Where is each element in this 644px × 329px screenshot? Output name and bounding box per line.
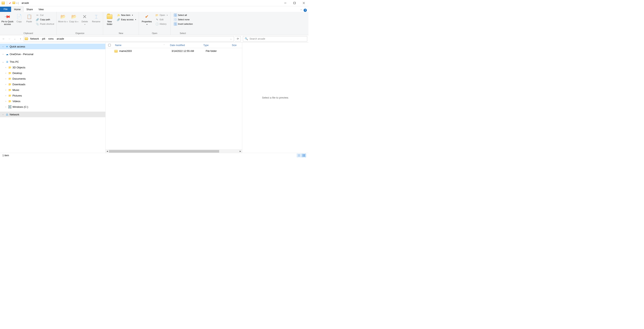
nav-item-label: Desktop — [12, 72, 22, 74]
expand-icon[interactable]: › — [4, 78, 7, 80]
refresh-button[interactable]: ⟳ — [235, 36, 241, 42]
main-area: › ★ Quick access › ☁ OneDrive - Personal… — [0, 42, 308, 153]
address-bar-row: ← → ⌄ ↑ › Network › pi4 › roms › arcade … — [0, 35, 308, 42]
cut-button[interactable]: ✂Cut — [34, 13, 55, 17]
paste-button[interactable]: 📋 Paste — [24, 13, 34, 23]
select-all-checkbox[interactable] — [106, 44, 114, 46]
expand-icon[interactable]: › — [4, 83, 7, 86]
tab-view[interactable]: View — [36, 7, 46, 12]
scroll-track[interactable] — [109, 150, 239, 153]
maximize-button[interactable] — [290, 0, 299, 6]
select-none-button[interactable]: Select none — [172, 18, 194, 22]
chevron-right-icon[interactable]: › — [55, 38, 56, 40]
nav-network[interactable]: › 🖧 Network — [0, 112, 105, 117]
large-icons-view-button[interactable] — [302, 154, 306, 157]
file-type: File folder — [204, 50, 233, 52]
invert-selection-button[interactable]: Invert selection — [172, 22, 194, 26]
chevron-right-icon[interactable]: › — [46, 38, 47, 40]
selectnone-label: Select none — [178, 18, 190, 21]
svg-rect-8 — [304, 154, 305, 155]
file-date: 3/14/2022 12:55 AM — [170, 50, 204, 52]
nav-item-label: Music — [12, 88, 19, 92]
recent-dropdown[interactable]: ⌄ — [12, 36, 17, 41]
address-dropdown[interactable]: ⌄ — [229, 38, 233, 40]
expand-icon[interactable]: › — [4, 72, 7, 74]
chevron-right-icon[interactable]: › — [40, 38, 41, 40]
expand-icon[interactable]: › — [4, 66, 7, 68]
close-button[interactable] — [299, 0, 308, 6]
search-input[interactable]: 🔍 Search arcade — [243, 36, 307, 42]
column-date[interactable]: Date modified — [168, 44, 202, 47]
forward-button[interactable]: → — [7, 36, 12, 41]
nav-videos[interactable]: ›📁Videos — [0, 98, 105, 104]
expand-icon[interactable]: › — [4, 106, 7, 108]
scroll-right-icon[interactable]: ▶ — [239, 150, 242, 153]
delete-button[interactable]: ✕ Delete▼ — [80, 13, 90, 26]
column-name[interactable]: Name⌃ — [114, 44, 168, 47]
scroll-left-icon[interactable]: ◀ — [106, 150, 109, 153]
expand-icon[interactable]: › — [4, 89, 7, 91]
copy-button[interactable]: 📄 Copy — [14, 13, 24, 23]
crumb-arcade[interactable]: arcade — [56, 38, 65, 40]
history-button[interactable]: 🕓History — [154, 22, 169, 26]
nav-windows-c[interactable]: ›💽Windows (C:) — [0, 104, 105, 110]
nav-desktop[interactable]: ›📁Desktop — [0, 70, 105, 76]
nav-music[interactable]: ›📁Music — [0, 87, 105, 93]
easy-access-button[interactable]: 🔗Easy access▼ — [116, 18, 138, 22]
qat-folder-icon[interactable] — [12, 2, 15, 5]
details-view-button[interactable] — [297, 154, 301, 157]
newfolder-label: New folder — [104, 20, 115, 26]
nav-quick-access[interactable]: › ★ Quick access — [0, 44, 105, 49]
ribbon: 📌 Pin to Quick access 📄 Copy 📋 Paste ✂Cu… — [0, 12, 308, 35]
folder-icon: 📁 — [8, 77, 12, 80]
qat-properties-icon[interactable]: ✔ — [9, 2, 11, 5]
help-icon[interactable]: ? — [304, 9, 307, 12]
up-button[interactable]: ↑ — [18, 36, 23, 41]
new-item-button[interactable]: ✨New item▼ — [116, 13, 138, 17]
select-all-button[interactable]: Select all — [172, 13, 194, 17]
chevron-right-icon[interactable]: › — [28, 38, 29, 40]
nav-onedrive-label: OneDrive - Personal — [10, 53, 34, 56]
svg-rect-9 — [302, 156, 304, 156]
nav-documents[interactable]: ›📁Documents — [0, 76, 105, 82]
minimize-button[interactable] — [281, 0, 290, 6]
tab-home[interactable]: Home — [11, 7, 24, 12]
crumb-roms[interactable]: roms — [48, 38, 54, 40]
column-size[interactable]: Size — [230, 44, 242, 47]
move-to-button[interactable]: 📂 Move to▼ — [58, 13, 68, 23]
properties-button[interactable]: ✔ Properties▼ — [140, 13, 154, 26]
open-button[interactable]: 📂Open▼ — [154, 13, 169, 17]
history-label: History — [160, 23, 166, 25]
file-row[interactable]: mame2003 3/14/2022 12:55 AM File folder — [106, 48, 242, 54]
new-folder-button[interactable]: New folder — [104, 13, 115, 26]
expand-icon[interactable]: › — [2, 53, 4, 55]
nav-onedrive[interactable]: › ☁ OneDrive - Personal — [0, 51, 105, 57]
address-bar[interactable]: › Network › pi4 › roms › arcade ⌄ — [24, 36, 234, 42]
scroll-thumb[interactable] — [109, 150, 219, 153]
crumb-pi4[interactable]: pi4 — [41, 38, 46, 40]
moveto-label: Move to — [58, 20, 66, 23]
nav-this-pc[interactable]: ⌄ 🖥 This PC — [0, 59, 105, 64]
paste-shortcut-button[interactable]: 📎Paste shortcut — [34, 22, 55, 26]
copy-path-button[interactable]: 🔗Copy path — [34, 18, 55, 22]
expand-icon[interactable]: › — [4, 94, 7, 97]
nav-3d-objects[interactable]: ›📁3D Objects — [0, 64, 105, 70]
collapse-ribbon-icon[interactable]: ⌃ — [300, 9, 302, 12]
expand-icon[interactable]: › — [4, 100, 7, 102]
horizontal-scrollbar[interactable]: ◀ ▶ — [106, 150, 242, 153]
pin-to-quick-access-button[interactable]: 📌 Pin to Quick access — [1, 13, 14, 26]
back-button[interactable]: ← — [1, 36, 6, 41]
collapse-icon[interactable]: ⌄ — [2, 61, 4, 63]
column-type[interactable]: Type — [202, 44, 230, 47]
tab-file[interactable]: File — [0, 7, 11, 12]
copy-to-button[interactable]: 📂 Copy to▼ — [69, 13, 79, 23]
tab-share[interactable]: Share — [24, 7, 36, 12]
rename-button[interactable]: ⌶ Rename — [90, 13, 102, 23]
nav-pictures[interactable]: ›📁Pictures — [0, 93, 105, 98]
nav-item-label: Windows (C:) — [12, 106, 28, 108]
nav-downloads[interactable]: ›📁Downloads — [0, 82, 105, 87]
expand-icon[interactable]: › — [2, 114, 4, 116]
edit-button[interactable]: ✎Edit — [154, 18, 169, 22]
crumb-network[interactable]: Network — [29, 38, 40, 40]
expand-icon[interactable]: › — [2, 46, 4, 48]
